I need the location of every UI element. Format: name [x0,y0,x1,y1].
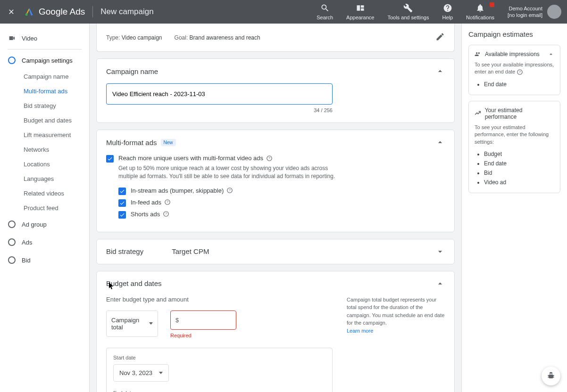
chevron-up-icon [435,279,445,288]
help-icon[interactable]: ? [517,69,523,75]
ads-logo-icon [25,7,34,16]
chevron-down-icon [149,322,153,325]
sidebar-sub-campaign-name[interactable]: Campaign name [0,69,89,84]
sidebar-item-ads[interactable]: Ads [0,233,89,251]
multi-format-header[interactable]: Multi-format ads New [97,130,454,155]
main-content: Type: Video campaign Goal: Brand awarene… [90,24,461,392]
budget-card: Budget and dates Enter budget type and a… [96,271,455,392]
video-icon [8,34,16,42]
budget-subtitle: Enter budget type and amount [106,296,333,303]
sidebar-sub-product-feed[interactable]: Product feed [0,201,89,215]
performance-header[interactable]: Your estimated performance [475,107,554,120]
sidebar-sub-networks[interactable]: Networks [0,142,89,157]
bid-strategy-card: Bid strategy Target CPM [96,239,455,264]
bid-strategy-header[interactable]: Bid strategy Target CPM [97,239,454,264]
new-badge: New [161,139,176,146]
summary-card: Type: Video campaign Goal: Brand awarene… [96,24,455,52]
chevron-up-icon [435,66,445,76]
campaign-name-header[interactable]: Campaign name [97,59,454,83]
budget-amount-input[interactable]: $ [170,310,236,330]
sidebar-sub-lift[interactable]: Lift measurement [0,128,89,142]
shorts-checkbox[interactable] [118,211,126,219]
check-icon [119,212,125,218]
avatar[interactable] [547,5,561,19]
multi-format-card: Multi-format ads New Reach more unique u… [96,130,455,232]
estimates-title: Campaign estimates [468,30,560,38]
type-value: Video campaign [122,34,162,41]
campaign-name-card: Campaign name 34 / 256 [96,58,455,123]
help-icon[interactable]: ? [226,187,233,194]
radio-empty-icon [8,238,16,246]
edit-summary-button[interactable] [435,32,445,43]
learn-more-link[interactable]: Learn more [347,328,373,334]
radio-empty-icon [8,220,16,229]
logo: Google Ads [25,7,85,17]
help-icon[interactable]: ? [164,199,171,205]
svg-text:?: ? [229,188,231,192]
sidebar-sub-budget-dates[interactable]: Budget and dates [0,113,89,128]
help-icon[interactable]: ? [266,155,273,162]
appearance-icon [356,3,365,13]
infeed-checkbox[interactable] [118,199,126,207]
sidebar-sub-languages[interactable]: Languages [0,172,89,186]
account-block[interactable]: Demo Account [no login email] [501,5,561,19]
sidebar-sub-related-videos[interactable]: Related videos [0,186,89,201]
notifications-button[interactable]: Notifications [459,3,501,20]
impressions-header[interactable]: Available impressions [475,51,554,57]
bug-icon [546,371,556,381]
multi-format-desc: Get up to 50% more unique reach at a low… [118,164,335,180]
sidebar: Video Campaign settings Campaign name Mu… [0,24,90,392]
instream-checkbox[interactable] [118,188,126,195]
chevron-up-icon [435,138,445,147]
svg-text:?: ? [519,71,521,74]
bullet-end-date: End date [484,80,554,89]
svg-text:?: ? [268,156,270,160]
bullet-budget: Budget [484,149,554,159]
chevron-down-icon [435,247,445,256]
bullet-bid: Bid [484,168,554,178]
check-icon [119,200,125,206]
sidebar-item-ad-group[interactable]: Ad group [0,215,89,233]
budget-header[interactable]: Budget and dates [97,271,454,296]
bell-icon [475,3,485,13]
start-date-dropdown[interactable]: Nov 3, 2023 [113,364,169,382]
feedback-fab[interactable] [542,367,560,385]
sidebar-sub-multi-format[interactable]: Multi-format ads [0,84,89,98]
sidebar-sub-bid-strategy[interactable]: Bid strategy [0,98,89,113]
type-label: Type: [106,34,120,41]
check-icon [107,156,113,162]
app-header: Google Ads New campaign Search Appearanc… [0,0,567,24]
close-icon [8,8,15,16]
notification-badge [490,2,494,7]
campaign-name-input[interactable] [106,83,333,105]
sidebar-item-video[interactable]: Video [0,29,89,47]
multi-format-checkbox[interactable] [106,155,114,163]
svg-text:?: ? [165,212,167,215]
help-icon[interactable]: ? [163,211,169,217]
help-icon [443,3,452,13]
close-button[interactable] [6,6,17,17]
goal-value: Brand awareness and reach [190,34,260,41]
sidebar-sub-locations[interactable]: Locations [0,157,89,172]
tools-button[interactable]: Tools and settings [381,3,435,20]
budget-type-dropdown[interactable]: Campaign total [106,310,158,337]
wrench-icon [403,3,413,13]
check-icon [119,188,125,194]
multi-format-label: Reach more unique users with multi-forma… [118,155,273,162]
bid-strategy-value: Target CPM [172,247,209,255]
start-date-label: Start date [113,355,325,360]
chevron-down-icon [159,372,163,374]
pencil-icon [435,32,445,41]
radio-empty-icon [8,256,16,264]
chevron-up-icon [548,51,554,57]
appearance-button[interactable]: Appearance [340,3,381,20]
char-counter: 34 / 256 [106,107,333,113]
end-date-label: End date [113,390,325,392]
help-button[interactable]: Help [435,3,459,20]
people-icon [475,51,481,57]
sidebar-item-campaign-settings[interactable]: Campaign settings [0,51,89,69]
sidebar-item-bid[interactable]: Bid [0,251,89,269]
account-text: Demo Account [no login email] [508,5,542,19]
bullet-end-date: End date [484,159,554,168]
search-button[interactable]: Search [310,3,340,20]
